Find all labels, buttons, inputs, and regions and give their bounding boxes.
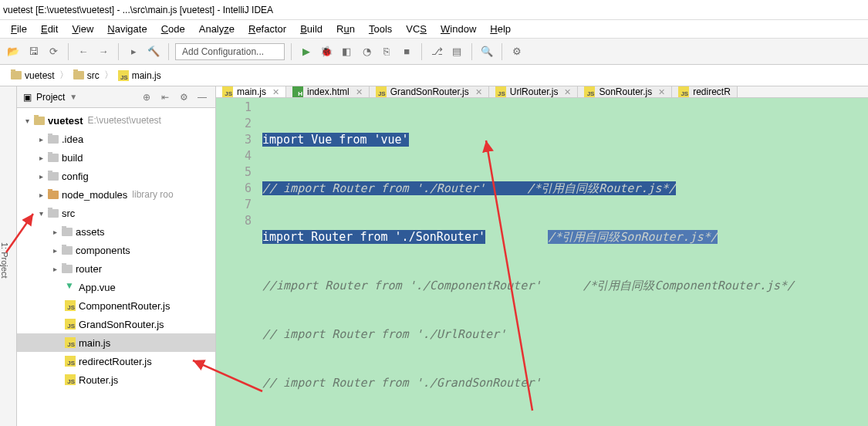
chevron-right-icon: ▸	[49, 265, 60, 273]
breadcrumb-project[interactable]: vuetest	[6, 70, 59, 81]
add-configuration-button[interactable]: Add Configuration...	[175, 43, 285, 60]
chevron-right-icon: 〉	[104, 69, 113, 82]
chevron-right-icon: ▸	[35, 154, 46, 162]
tab-grandson-router[interactable]: JSGrandSonRouter.js✕	[370, 86, 489, 97]
menu-run[interactable]: Run	[330, 22, 361, 36]
collapse-icon[interactable]: ⇤	[158, 92, 172, 103]
chevron-right-icon: ▸	[35, 135, 46, 144]
target-icon[interactable]: ⊕	[140, 92, 154, 103]
js-icon: JS	[65, 337, 76, 348]
folder-icon	[62, 265, 73, 273]
code-editor[interactable]: 12345678 import Vue from 'vue' // import…	[216, 98, 868, 426]
gear-icon[interactable]: ⚙	[177, 92, 191, 103]
hide-icon[interactable]: —	[195, 92, 209, 103]
separator	[502, 43, 502, 60]
html-icon: H	[292, 86, 303, 97]
chevron-down-icon: ▾	[35, 209, 46, 218]
settings-icon[interactable]: ⚙	[508, 43, 525, 60]
project-tool-tab[interactable]: 1: Project	[0, 86, 17, 426]
tree-item-node-modules[interactable]: ▸node_moduleslibrary roo	[17, 185, 215, 204]
js-icon: JS	[495, 86, 506, 97]
dropdown-icon[interactable]: ▼	[69, 93, 77, 101]
tree-item-src[interactable]: ▾src	[17, 204, 215, 222]
attach-icon[interactable]: ⎘	[378, 43, 395, 60]
toolbar: 📂 🖫 ⟳ ← → ▸ 🔨 Add Configuration... ▶ 🐞 ◧…	[0, 39, 868, 65]
tree-item-idea[interactable]: ▸.idea	[17, 130, 215, 148]
tree-item-router[interactable]: ▸router	[17, 259, 215, 278]
menu-vcs[interactable]: VCS	[400, 22, 433, 36]
project-panel-header: ▣ Project ▼ ⊕ ⇤ ⚙ —	[17, 86, 215, 108]
profile-icon[interactable]: ◔	[358, 43, 375, 60]
debug-icon[interactable]: 🐞	[318, 43, 335, 60]
menu-edit[interactable]: Edit	[35, 22, 64, 36]
menu-analyze[interactable]: Analyze	[193, 22, 241, 36]
js-icon: JS	[118, 70, 129, 81]
folder-icon	[73, 71, 84, 79]
breadcrumb-file[interactable]: JSmain.js	[113, 70, 166, 81]
stop-icon[interactable]: ■	[398, 43, 415, 60]
tree-item-components[interactable]: ▸components	[17, 241, 215, 259]
menu-help[interactable]: Help	[484, 22, 517, 36]
tree-item-redirect-router[interactable]: JSredirectRouter.js	[17, 352, 215, 370]
hammer-icon[interactable]: 🔨	[145, 43, 162, 60]
tree-item-router-js[interactable]: JSRouter.js	[17, 370, 215, 389]
close-icon[interactable]: ✕	[356, 87, 363, 97]
git-icon[interactable]: ⎇	[428, 43, 445, 60]
close-icon[interactable]: ✕	[564, 87, 571, 97]
tree-item-config[interactable]: ▸config	[17, 167, 215, 185]
tree-item-main-js[interactable]: JSmain.js	[17, 333, 215, 352]
build-icon[interactable]: ▸	[125, 43, 142, 60]
search-icon[interactable]: 🔍	[478, 43, 495, 60]
tab-index-html[interactable]: Hindex.html✕	[286, 86, 370, 97]
close-icon[interactable]: ✕	[658, 87, 665, 97]
code-line-3: import Router from './SonRouter' /*引用自同级…	[262, 229, 868, 245]
open-icon[interactable]: 📂	[5, 43, 22, 60]
code-line-2: // import Router from './Router' /*引用自同级…	[262, 181, 868, 197]
tree-item-app-vue[interactable]: App.vue	[17, 278, 215, 296]
tree-item-build[interactable]: ▸build	[17, 148, 215, 167]
tree-item-grandson-router[interactable]: JSGrandSonRouter.js	[17, 315, 215, 333]
tab-son-router[interactable]: JSSonRouter.js✕	[578, 86, 672, 97]
menu-code[interactable]: Code	[155, 22, 191, 36]
breadcrumb: vuetest 〉 src 〉 JSmain.js	[0, 65, 868, 86]
menu-file[interactable]: File	[5, 22, 33, 36]
tree-item-assets[interactable]: ▸assets	[17, 222, 215, 241]
run-icon[interactable]: ▶	[298, 43, 315, 60]
chevron-right-icon: ▸	[49, 228, 60, 236]
code-line-6: // import Router from './GrandSonRouter'	[262, 375, 868, 391]
tab-url-router[interactable]: JSUrlRouter.js✕	[489, 86, 579, 97]
menu-navigate[interactable]: Navigate	[101, 22, 153, 36]
vue-icon	[65, 282, 76, 292]
folder-icon	[48, 172, 59, 181]
separator	[118, 43, 119, 60]
close-icon[interactable]: ✕	[475, 87, 482, 97]
folder-icon	[62, 228, 73, 236]
menu-tools[interactable]: Tools	[363, 22, 398, 36]
menu-window[interactable]: Window	[434, 22, 482, 36]
tab-main-js[interactable]: JSmain.js✕	[216, 86, 286, 97]
breadcrumb-src[interactable]: src	[69, 70, 104, 81]
coverage-icon[interactable]: ◧	[338, 43, 355, 60]
tree-item-component-router[interactable]: JSComponentRouter.js	[17, 296, 215, 315]
js-icon: JS	[678, 86, 689, 97]
js-icon: JS	[65, 356, 76, 367]
back-icon[interactable]: ←	[75, 43, 92, 60]
close-icon[interactable]: ✕	[272, 87, 279, 97]
tab-redirect-router[interactable]: JSredirectR	[672, 86, 738, 97]
js-icon: JS	[65, 300, 76, 311]
tree-root[interactable]: ▾vuetestE:\vuetest\vuetest	[17, 111, 215, 130]
code-body[interactable]: import Vue from 'vue' // import Router f…	[262, 98, 868, 426]
menu-build[interactable]: Build	[294, 22, 329, 36]
structure-icon[interactable]: ▤	[448, 43, 465, 60]
gutter: 12345678	[216, 98, 262, 426]
main-layout: 1: Project ▣ Project ▼ ⊕ ⇤ ⚙ — ▾vuetestE…	[0, 86, 868, 426]
js-icon: JS	[222, 86, 233, 97]
folder-icon	[48, 135, 59, 144]
menu-view[interactable]: View	[66, 22, 100, 36]
forward-icon[interactable]: →	[95, 43, 112, 60]
refresh-icon[interactable]: ⟳	[45, 43, 62, 60]
chevron-right-icon: ▸	[49, 246, 60, 255]
save-icon[interactable]: 🖫	[25, 43, 42, 60]
separator	[168, 43, 169, 60]
menu-refactor[interactable]: Refactor	[242, 22, 292, 36]
